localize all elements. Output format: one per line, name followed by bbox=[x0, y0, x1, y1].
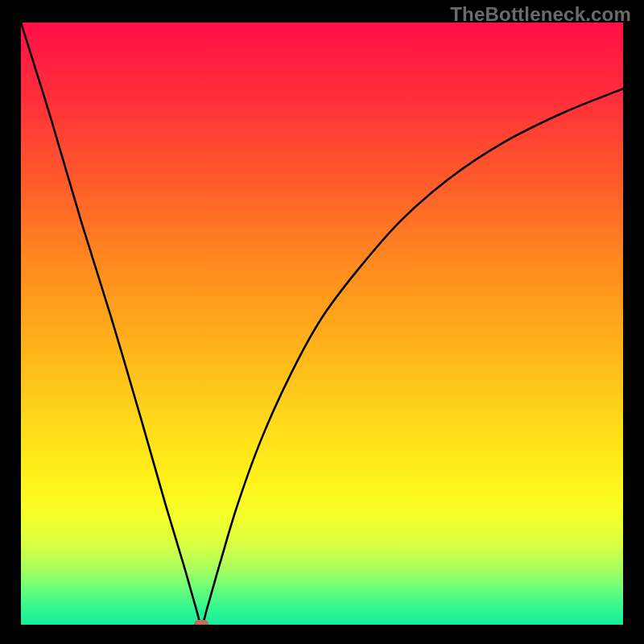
chart-container: TheBottleneck.com bbox=[0, 0, 644, 644]
bottleneck-curve bbox=[21, 23, 623, 625]
minimum-marker bbox=[194, 620, 208, 625]
watermark-text: TheBottleneck.com bbox=[450, 3, 631, 26]
plot-area bbox=[21, 23, 623, 625]
